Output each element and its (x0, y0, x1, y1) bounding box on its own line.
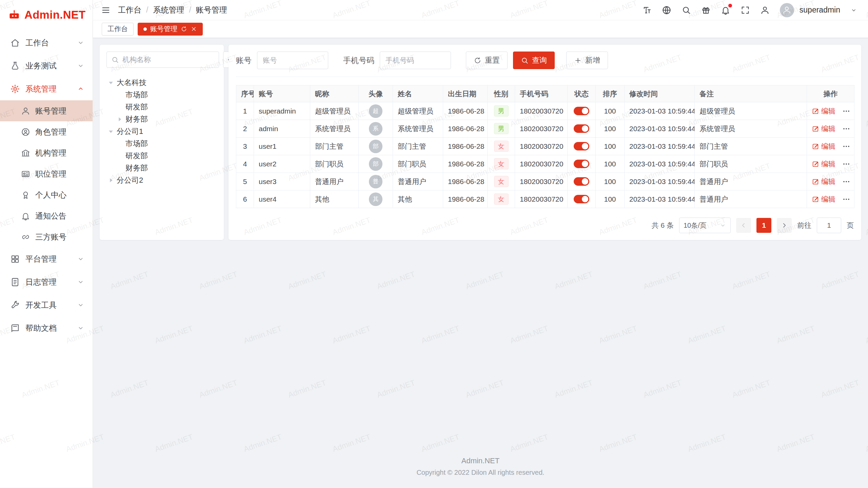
username[interactable]: superadmin (800, 5, 840, 15)
fullscreen-button[interactable] (741, 5, 750, 15)
tree-node[interactable]: 大名科技 (106, 77, 217, 89)
breadcrumb-item[interactable]: 工作台 (118, 5, 141, 15)
sidebar-item-devtools[interactable]: 开发工具 (0, 293, 93, 317)
gift-button[interactable] (701, 5, 711, 15)
tree-node[interactable]: 财务部 (106, 162, 217, 174)
logo[interactable]: Admin.NET (0, 0, 93, 30)
breadcrumb-item[interactable]: 系统管理 (153, 5, 184, 15)
tree-node[interactable]: 研发部 (106, 150, 217, 162)
goto-page-input[interactable] (817, 218, 841, 233)
sidebar-item-system-management[interactable]: 系统管理 (0, 77, 93, 100)
sidebar-subitem-profile[interactable]: 个人中心 (0, 184, 93, 205)
cell-phone: 18020030720 (515, 138, 568, 155)
chevron-down-icon (850, 7, 857, 14)
cell-index: 4 (236, 155, 254, 173)
close-icon[interactable] (191, 26, 197, 32)
status-toggle[interactable] (574, 177, 589, 186)
edit-button[interactable]: 编辑 (812, 177, 835, 186)
tree-node[interactable]: 分公司2 (106, 174, 217, 186)
language-button[interactable] (662, 5, 671, 15)
sidebar-subitem-third-account[interactable]: 三方账号 (0, 226, 93, 247)
sidebar-item-business-test[interactable]: 业务测试 (0, 54, 93, 77)
gender-badge: 女 (494, 176, 509, 187)
org-search-field[interactable] (106, 52, 219, 68)
next-page-button[interactable] (777, 218, 792, 233)
tab-account-management[interactable]: 账号管理 (138, 23, 203, 36)
tree-node[interactable]: 市场部 (106, 138, 217, 150)
status-toggle[interactable] (574, 160, 589, 168)
edit-button[interactable]: 编辑 (812, 124, 835, 134)
sidebar-item-docs[interactable]: 帮助文档 (0, 317, 93, 340)
tree-node-label: 研发部 (125, 102, 148, 112)
edit-button[interactable]: 编辑 (812, 106, 835, 116)
sidebar-subitem-role[interactable]: 角色管理 (0, 121, 93, 142)
dots-icon (842, 195, 850, 203)
search-button[interactable]: 查询 (513, 52, 555, 69)
status-toggle[interactable] (574, 107, 589, 115)
sidebar-subitem-post[interactable]: 职位管理 (0, 163, 93, 184)
tree-node-label: 财务部 (125, 163, 148, 173)
status-toggle[interactable] (574, 142, 589, 150)
edit-button[interactable]: 编辑 (812, 142, 835, 151)
tree-node[interactable]: 市场部 (106, 89, 217, 101)
cell-status (568, 155, 596, 173)
table-row: 2admin系统管理员系系统管理员1986-06-28男180200307201… (236, 120, 854, 138)
user-menu-chevron-icon[interactable] (850, 7, 857, 14)
refresh-icon[interactable] (181, 26, 187, 32)
caret-placeholder (115, 103, 124, 111)
prev-page-button[interactable] (736, 218, 751, 233)
status-toggle[interactable] (574, 124, 589, 133)
cell-status (568, 120, 596, 138)
refresh-icon (474, 57, 481, 64)
row-avatar: 其 (369, 192, 382, 206)
app-root: Admin.NETAdmin.NETAdmin.NETAdmin.NETAdmi… (0, 0, 868, 488)
sidebar-subitem-label: 通知公告 (35, 211, 66, 221)
font-size-button[interactable] (642, 5, 652, 15)
row-more-button[interactable] (842, 125, 850, 133)
edit-icon (812, 196, 819, 203)
edit-button[interactable]: 编辑 (812, 195, 835, 204)
cell-nickname: 其他 (310, 190, 359, 208)
row-more-button[interactable] (842, 195, 850, 203)
profile-shortcut-button[interactable] (760, 5, 770, 15)
reset-button[interactable]: 重置 (466, 52, 508, 69)
breadcrumb-item[interactable]: 账号管理 (196, 5, 227, 15)
cell-nickname: 超级管理员 (310, 102, 359, 120)
tree-node[interactable]: 财务部 (106, 113, 217, 125)
page-1-button[interactable]: 1 (756, 218, 771, 233)
status-toggle[interactable] (574, 195, 589, 203)
sidebar-subitem-account[interactable]: 账号管理 (0, 100, 93, 121)
chevron-down-icon (719, 222, 726, 229)
edit-button[interactable]: 编辑 (812, 159, 835, 169)
sidebar-item-log[interactable]: 日志管理 (0, 270, 93, 293)
org-search-input[interactable] (122, 56, 214, 64)
row-more-button[interactable] (842, 160, 850, 168)
tree-node[interactable]: 分公司1 (106, 125, 217, 138)
sidebar-subitem-org[interactable]: 机构管理 (0, 142, 93, 163)
row-more-button[interactable] (842, 107, 850, 115)
menu-collapse-button[interactable] (101, 5, 111, 15)
sidebar-subitem-notice[interactable]: 通知公告 (0, 205, 93, 226)
page-size-select[interactable]: 10条/页 (679, 218, 731, 233)
global-search-button[interactable] (682, 5, 691, 15)
cell-status (568, 190, 596, 208)
cell-name: 超级管理员 (393, 102, 443, 120)
account-input[interactable] (257, 52, 328, 69)
cell-sort: 100 (596, 190, 625, 208)
user-avatar[interactable] (780, 3, 794, 17)
notifications-button[interactable] (721, 5, 730, 15)
dots-icon (842, 178, 850, 186)
edit-label: 编辑 (821, 124, 835, 134)
tab-workbench[interactable]: 工作台 (102, 23, 134, 36)
sidebar-item-workbench[interactable]: 工作台 (0, 31, 93, 54)
tree-node-label: 财务部 (125, 114, 148, 124)
phone-input[interactable] (380, 52, 451, 69)
row-more-button[interactable] (842, 142, 850, 150)
sidebar-item-platform[interactable]: 平台管理 (0, 247, 93, 270)
edit-label: 编辑 (821, 106, 835, 116)
sidebar-subitem-label: 机构管理 (35, 148, 66, 158)
hamburger-icon (101, 5, 111, 15)
add-button[interactable]: 新增 (566, 52, 608, 69)
tree-node[interactable]: 研发部 (106, 101, 217, 113)
row-more-button[interactable] (842, 178, 850, 186)
